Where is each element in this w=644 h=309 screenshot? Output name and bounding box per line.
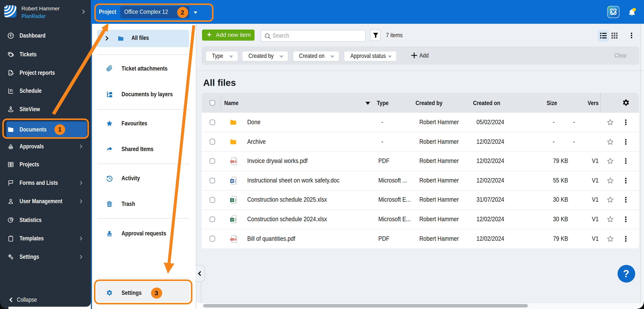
svg-text:X: X xyxy=(231,199,233,202)
svg-text:X: X xyxy=(231,218,233,221)
svg-text:PDF: PDF xyxy=(230,161,234,162)
svg-text:PDF: PDF xyxy=(230,238,234,240)
svg-text:W: W xyxy=(231,179,234,182)
